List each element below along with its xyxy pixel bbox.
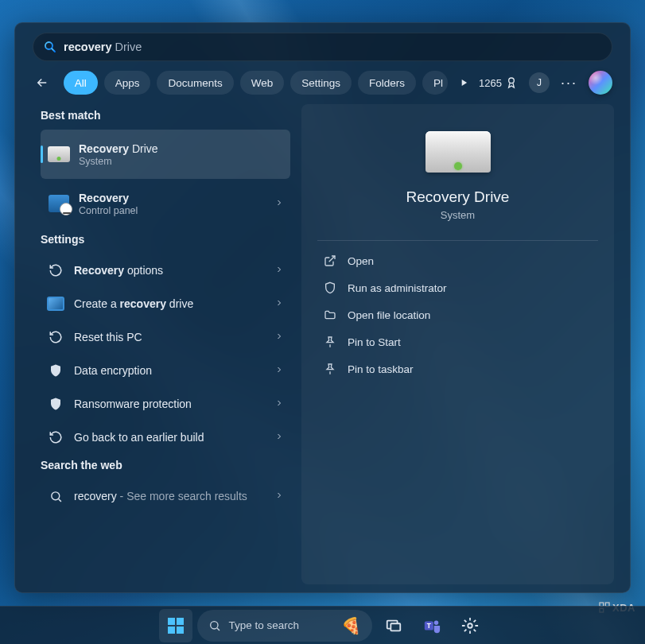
svg-line-4 <box>52 48 55 52</box>
taskbar-settings[interactable] <box>453 609 487 642</box>
start-button[interactable] <box>159 609 192 642</box>
web-search-result[interactable]: recovery - See more search results <box>41 479 290 513</box>
divider <box>317 240 598 241</box>
control-panel-icon <box>47 192 71 215</box>
tab-all[interactable]: All <box>64 71 98 95</box>
chevron-right-icon <box>274 330 284 344</box>
preview-subtitle: System <box>441 209 475 221</box>
start-search-panel: recovery Drive All Apps Documents Web Se… <box>14 22 631 593</box>
chevron-right-icon <box>274 196 284 211</box>
result-recovery-drive[interactable]: Recovery Drive System <box>41 130 290 179</box>
preview-title: Recovery Drive <box>406 188 510 206</box>
svg-rect-11 <box>177 627 184 634</box>
svg-rect-15 <box>390 623 400 630</box>
search-query-text: recovery Drive <box>64 41 142 53</box>
user-avatar[interactable]: J <box>529 72 550 93</box>
rewards-points[interactable]: 1265 <box>479 76 518 89</box>
search-input[interactable]: recovery Drive <box>33 33 612 61</box>
taskbar-search[interactable]: Type to search 🍕 <box>197 610 372 642</box>
svg-point-12 <box>210 621 217 628</box>
section-search-web: Search the web <box>41 459 290 471</box>
svg-rect-10 <box>168 627 175 634</box>
pizza-icon: 🍕 <box>341 616 361 635</box>
tab-apps[interactable]: Apps <box>104 71 151 95</box>
svg-point-18 <box>433 620 438 625</box>
section-settings: Settings <box>41 233 290 246</box>
recovery-icon <box>47 263 64 277</box>
setting-reset-pc[interactable]: Reset this PC <box>41 320 290 354</box>
svg-rect-8 <box>168 618 175 625</box>
admin-shield-icon <box>321 281 340 294</box>
svg-line-7 <box>58 499 60 501</box>
tab-folders[interactable]: Folders <box>358 71 416 95</box>
tab-settings[interactable]: Settings <box>290 71 352 95</box>
drive-hero-icon <box>425 131 491 173</box>
pin-icon <box>321 363 340 375</box>
tab-documents[interactable]: Documents <box>157 71 233 95</box>
svg-rect-9 <box>177 618 184 625</box>
svg-point-6 <box>51 491 59 499</box>
shield-icon <box>47 397 64 411</box>
svg-point-19 <box>468 623 472 628</box>
taskbar-teams[interactable]: T <box>415 609 449 642</box>
chevron-right-icon <box>274 363 284 378</box>
chevron-right-icon <box>274 297 284 311</box>
section-best-match: Best match <box>41 109 290 122</box>
taskbar: Type to search 🍕 T <box>0 606 645 644</box>
preview-panel: Recovery Drive System Open Run as admini… <box>301 104 614 584</box>
shield-icon <box>47 363 64 378</box>
folder-icon <box>321 308 340 321</box>
action-open[interactable]: Open <box>317 247 598 274</box>
tab-photos-truncated[interactable]: Pl <box>422 71 448 95</box>
more-options-button[interactable]: ··· <box>561 75 577 91</box>
tabs-scroll-right[interactable] <box>454 72 472 94</box>
setting-go-back-build[interactable]: Go back to an earlier build <box>41 421 290 454</box>
results-column: Best match Recovery Drive System Recover… <box>23 104 290 592</box>
back-button[interactable] <box>33 71 52 95</box>
taskbar-task-view[interactable] <box>377 609 410 642</box>
svg-text:T: T <box>426 622 430 629</box>
action-pin-taskbar[interactable]: Pin to taskbar <box>317 355 598 382</box>
setting-ransomware-protection[interactable]: Ransomware protection <box>41 387 290 421</box>
search-icon <box>47 490 64 503</box>
chevron-right-icon <box>274 397 284 411</box>
action-open-file-location[interactable]: Open file location <box>317 301 598 328</box>
action-run-admin[interactable]: Run as administrator <box>317 274 598 301</box>
copilot-button[interactable] <box>589 71 612 95</box>
result-recovery-controlpanel[interactable]: Recovery Control panel <box>41 179 290 228</box>
svg-line-13 <box>217 628 220 630</box>
filter-tabs: All Apps Documents Web Settings Folders … <box>15 71 630 104</box>
tab-web[interactable]: Web <box>240 71 285 95</box>
drive-icon <box>47 142 71 166</box>
recovery-icon <box>47 330 64 344</box>
setting-recovery-options[interactable]: Recovery options <box>41 254 290 287</box>
recovery-icon <box>47 430 64 444</box>
pin-icon <box>321 336 340 348</box>
monitor-icon <box>47 297 64 311</box>
open-icon <box>321 254 340 267</box>
setting-data-encryption[interactable]: Data encryption <box>41 354 290 387</box>
chevron-right-icon <box>274 263 284 277</box>
chevron-right-icon <box>274 430 284 444</box>
svg-point-5 <box>509 78 515 83</box>
setting-create-recovery-drive[interactable]: Create a recovery drive <box>41 287 290 320</box>
chevron-right-icon <box>274 489 284 503</box>
action-pin-start[interactable]: Pin to Start <box>317 328 598 355</box>
